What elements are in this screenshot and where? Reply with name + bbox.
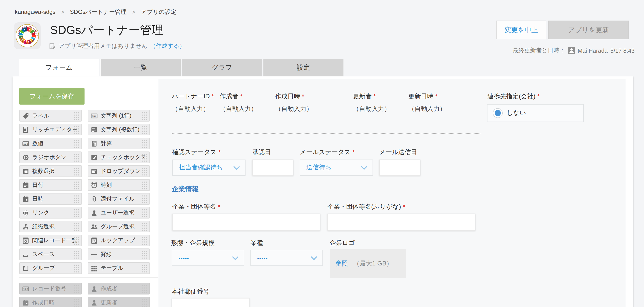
company-section-heading: 企業情報 <box>172 185 198 194</box>
drag-handle-icon[interactable] <box>141 195 147 204</box>
rich-editor-icon <box>22 126 29 133</box>
breadcrumb-app[interactable]: SDGsパートナー管理 <box>70 8 126 15</box>
palette-item-space[interactable]: スペース <box>19 249 82 260</box>
palette-item-dropdown[interactable]: ドロップダウン <box>88 165 150 177</box>
drag-handle-icon[interactable] <box>141 264 147 273</box>
palette-item-table[interactable]: テーブル <box>88 262 150 274</box>
palette-item-border-line[interactable]: 罫線 <box>88 249 150 260</box>
globe-icon <box>22 209 29 216</box>
palette-item-calc[interactable]: 計算 <box>88 138 150 149</box>
browse-file-link[interactable]: 参照 <box>336 260 348 268</box>
zip-input[interactable] <box>172 298 250 307</box>
table-grid-icon <box>91 265 98 272</box>
palette-item-record-number: レコード番号 <box>19 283 82 295</box>
save-form-button[interactable]: フォームを保存 <box>19 88 84 105</box>
dropdown-list-icon <box>91 168 98 175</box>
palette-item-number[interactable]: 数値 <box>19 138 82 149</box>
paperclip-icon <box>91 196 98 202</box>
palette-item-user-select[interactable]: ユーザー選択 <box>88 207 150 219</box>
approval-date-input[interactable] <box>252 160 294 176</box>
record-eye-icon <box>22 237 29 244</box>
drag-handle-icon[interactable] <box>73 195 79 204</box>
cancel-changes-button[interactable]: 変更を中止 <box>496 20 546 39</box>
palette-item-related-records[interactable]: 関連レコード一覧 <box>19 235 82 246</box>
palette-item-time[interactable]: 時刻 <box>88 179 150 191</box>
sdgs-ring-text: KANAGAWA SDGs PARTNER SDGs Future City <box>16 24 39 48</box>
drag-handle-icon <box>73 285 79 294</box>
company-name-input[interactable] <box>172 214 320 231</box>
clock-icon <box>91 182 98 188</box>
update-app-button[interactable]: アプリを更新 <box>548 20 629 39</box>
drag-handle-icon[interactable] <box>73 264 79 273</box>
palette-item-group[interactable]: グループ <box>19 262 82 274</box>
palette-item-rich-editor[interactable]: リッチエディター <box>19 124 82 135</box>
drag-handle-icon[interactable] <box>141 167 147 176</box>
drag-handle-icon[interactable] <box>141 181 147 190</box>
person-icon <box>91 209 98 216</box>
multi-select-list-icon <box>22 168 29 175</box>
chevron-down-icon <box>361 164 367 170</box>
tab-graph[interactable]: グラフ <box>182 59 262 76</box>
company-logo-upload: 参照 （最大1 GB） <box>330 249 406 279</box>
last-updated-label: 最終更新者と日時： <box>513 46 565 54</box>
palette-item-label[interactable]: ラベル <box>19 110 82 122</box>
tag-icon <box>22 112 29 119</box>
mail-status-dropdown[interactable]: 送信待ち <box>300 160 373 176</box>
confirm-status-dropdown[interactable]: 担当者確認待ち <box>172 160 246 176</box>
palette-item-attachment[interactable]: 添付ファイル <box>88 193 150 205</box>
palette-item-updated-by: 更新者 <box>88 297 150 307</box>
drag-handle-icon[interactable] <box>73 250 79 259</box>
tab-list[interactable]: 一覧 <box>100 59 181 76</box>
calculator-icon <box>91 140 98 147</box>
palette-item-org-select[interactable]: 組織選択 <box>19 221 82 232</box>
drag-handle-icon[interactable] <box>73 209 79 218</box>
drag-handle-icon[interactable] <box>73 126 79 134</box>
drag-handle-icon[interactable] <box>73 153 79 162</box>
industry-dropdown[interactable]: ----- <box>250 250 323 266</box>
field-zip-label: 本社郵便番号 <box>172 288 209 296</box>
palette-item-date[interactable]: 日付 <box>19 179 82 191</box>
palette-item-link[interactable]: リンク <box>19 207 82 219</box>
palette-item-radio-button[interactable]: ラジオボタン <box>19 151 82 163</box>
radio-button-icon <box>22 154 29 161</box>
breadcrumb-space[interactable]: kanagawa-sdgs <box>15 8 56 15</box>
drag-handle-icon[interactable] <box>141 153 147 162</box>
auto-input-value: （自動入力） <box>275 105 312 113</box>
drag-handle-icon[interactable] <box>141 126 147 134</box>
tab-settings[interactable]: 設定 <box>263 59 344 76</box>
drag-handle-icon[interactable] <box>141 250 147 259</box>
field-approval-date-label: 承認日 <box>252 148 271 156</box>
field-confirm-status-label: 確認ステータス <box>172 148 221 156</box>
drag-handle-icon[interactable] <box>141 112 147 121</box>
drag-handle-icon[interactable] <box>73 112 79 121</box>
drag-handle-icon[interactable] <box>141 236 147 245</box>
tab-form[interactable]: フォーム <box>19 59 99 76</box>
drag-handle-icon[interactable] <box>141 223 147 232</box>
palette-item-text-multi[interactable]: 文字列 (複数行) <box>88 124 150 135</box>
radio-option-label: しない <box>507 109 526 117</box>
palette-item-group-select[interactable]: グループ選択 <box>88 221 150 232</box>
memo-create-link[interactable]: （作成する） <box>150 42 185 50</box>
palette-item-checkbox[interactable]: チェックボックス <box>88 151 150 163</box>
palette-item-multi-select[interactable]: 複数選択 <box>19 165 82 177</box>
app-icon: KANAGAWA SDGs PARTNER SDGs Future City <box>14 22 41 49</box>
drag-handle-icon[interactable] <box>73 223 79 232</box>
sdgs-badge-icon: KANAGAWA SDGs PARTNER SDGs Future City <box>16 24 39 47</box>
company-kana-input[interactable] <box>327 214 476 231</box>
drag-handle-icon[interactable] <box>141 209 147 218</box>
drag-handle-icon[interactable] <box>73 236 79 245</box>
drag-handle-icon[interactable] <box>73 139 79 148</box>
company-type-dropdown[interactable]: ----- <box>172 250 244 266</box>
radio-selected-icon[interactable] <box>493 109 502 117</box>
drag-handle-icon[interactable] <box>73 181 79 190</box>
palette-item-datetime[interactable]: 日時 <box>19 193 82 205</box>
memo-text: アプリ管理者用メモはありません <box>58 42 147 50</box>
field-link-company[interactable]: しない <box>487 104 584 122</box>
drag-handle-icon[interactable] <box>73 167 79 176</box>
drag-handle-icon[interactable] <box>141 139 147 148</box>
breadcrumb-separator: > <box>132 9 135 15</box>
form-canvas: パートナーID 作成者 作成日時 更新者 更新日時 （自動入力） （自動入力） … <box>158 79 626 307</box>
mail-sent-date-input[interactable] <box>379 160 420 176</box>
palette-item-text-single[interactable]: 文字列 (1行) <box>88 110 150 122</box>
palette-item-lookup[interactable]: ルックアップ <box>88 235 150 246</box>
